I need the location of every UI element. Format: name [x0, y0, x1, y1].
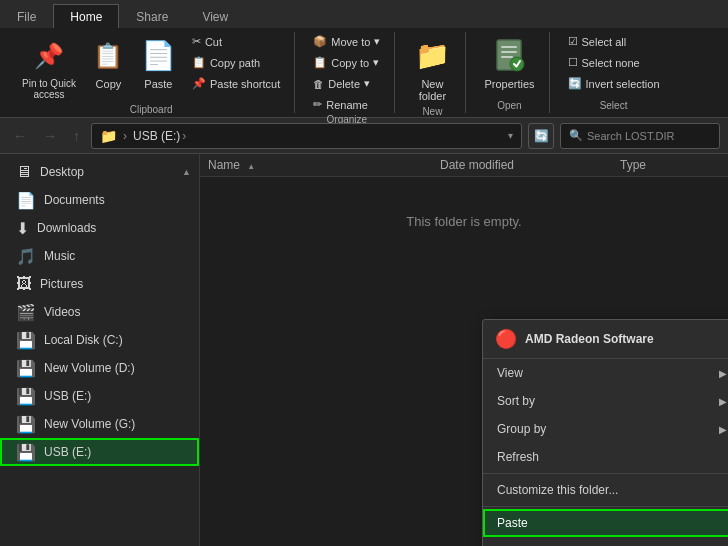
- ctx-customize-label: Customize this folder...: [497, 483, 618, 497]
- ctx-paste-label: Paste: [497, 516, 528, 530]
- cut-button[interactable]: ✂ Cut: [186, 32, 286, 51]
- select-none-label: Select none: [582, 57, 640, 69]
- paste-shortcut-label: Paste shortcut: [210, 78, 280, 90]
- copy-to-arrow: ▾: [373, 56, 379, 69]
- sidebar-item-usb-e[interactable]: 💾 USB (E:): [0, 382, 199, 410]
- address-path[interactable]: 📁 › USB (E:) › ▾: [91, 123, 522, 149]
- sidebar-item-downloads[interactable]: ⬇ Downloads: [0, 214, 199, 242]
- col-name-header[interactable]: Name ▲: [208, 158, 440, 172]
- desktop-icon: 🖥: [16, 163, 32, 181]
- sidebar-item-local-disk[interactable]: 💾 Local Disk (C:): [0, 326, 199, 354]
- new-volume-d-icon: 💾: [16, 359, 36, 378]
- copy-to-icon: 📋: [313, 56, 327, 69]
- invert-selection-button[interactable]: 🔄 Invert selection: [562, 74, 666, 93]
- sidebar-item-usb-e-active-label: USB (E:): [44, 445, 91, 459]
- copy-path-button[interactable]: 📋 Copy path: [186, 53, 286, 72]
- downloads-icon: ⬇: [16, 219, 29, 238]
- path-dropdown-icon[interactable]: ▾: [508, 130, 513, 141]
- paste-shortcut-icon: 📌: [192, 77, 206, 90]
- clipboard-label: Clipboard: [130, 104, 173, 117]
- tab-view[interactable]: View: [185, 4, 245, 28]
- select-none-check-icon: ☐: [568, 56, 578, 69]
- context-menu: 🔴 AMD Radeon Software View ▶ Sort by ▶ G…: [482, 319, 728, 546]
- move-to-icon: 📦: [313, 35, 327, 48]
- organize-buttons: 📦 Move to ▾ 📋 Copy to ▾ 🗑 Delete ▾ ✏ Ren…: [307, 32, 386, 114]
- new-label: New: [422, 106, 442, 119]
- select-all-label: Select all: [582, 36, 627, 48]
- paste-button[interactable]: 📄 Paste: [135, 32, 182, 94]
- rename-button[interactable]: ✏ Rename: [307, 95, 386, 114]
- copy-to-button[interactable]: 📋 Copy to ▾: [307, 53, 386, 72]
- properties-icon: [493, 36, 525, 76]
- content-area: Name ▲ Date modified Type This folder is…: [200, 154, 728, 546]
- sidebar-item-pictures-label: Pictures: [40, 277, 83, 291]
- organize-items: 📦 Move to ▾ 📋 Copy to ▾ 🗑 Delete ▾ ✏ Ren…: [307, 32, 386, 114]
- ctx-view-arrow: ▶: [719, 368, 727, 379]
- paste-label: Paste: [144, 78, 172, 90]
- pin-label: Pin to Quick access: [22, 78, 76, 100]
- col-date-header[interactable]: Date modified: [440, 158, 620, 172]
- open-items: Properties: [478, 32, 540, 100]
- tab-file[interactable]: File: [0, 4, 53, 28]
- up-button[interactable]: ↑: [68, 126, 85, 146]
- cut-icon: ✂: [192, 35, 201, 48]
- refresh-button[interactable]: 🔄: [528, 123, 554, 149]
- sidebar-item-pictures[interactable]: 🖼 Pictures: [0, 270, 199, 298]
- main-layout: 🖥 Desktop ▲ 📄 Documents ⬇ Downloads 🎵 Mu…: [0, 154, 728, 546]
- sidebar-item-desktop[interactable]: 🖥 Desktop ▲: [0, 158, 199, 186]
- select-all-check-icon: ☑: [568, 35, 578, 48]
- ctx-item-paste-shortcut[interactable]: Paste shortcut: [483, 537, 728, 546]
- documents-icon: 📄: [16, 191, 36, 210]
- tab-share[interactable]: Share: [119, 4, 185, 28]
- ctx-item-sort-by[interactable]: Sort by ▶: [483, 387, 728, 415]
- clipboard-small-buttons: ✂ Cut 📋 Copy path 📌 Paste shortcut: [186, 32, 286, 93]
- path-sep1: ›: [182, 129, 186, 143]
- ctx-item-group-by[interactable]: Group by ▶: [483, 415, 728, 443]
- copy-button[interactable]: 📋 Copy: [86, 32, 131, 94]
- move-to-button[interactable]: 📦 Move to ▾: [307, 32, 386, 51]
- sidebar-item-local-disk-label: Local Disk (C:): [44, 333, 123, 347]
- svg-rect-1: [501, 46, 517, 48]
- select-all-button[interactable]: ☑ Select all: [562, 32, 666, 51]
- forward-button[interactable]: →: [38, 126, 62, 146]
- tab-file-label: File: [17, 10, 36, 24]
- sidebar-item-new-volume-g[interactable]: 💾 New Volume (G:): [0, 410, 199, 438]
- sidebar-item-new-volume-d[interactable]: 💾 New Volume (D:): [0, 354, 199, 382]
- sidebar-item-videos[interactable]: 🎬 Videos: [0, 298, 199, 326]
- ctx-item-customize[interactable]: Customize this folder...: [483, 476, 728, 504]
- sort-chevron: ▲: [247, 162, 255, 171]
- copy-to-label: Copy to: [331, 57, 369, 69]
- select-group: ☑ Select all ☐ Select none 🔄 Invert sele…: [554, 32, 674, 113]
- rename-icon: ✏: [313, 98, 322, 111]
- sidebar-item-music[interactable]: 🎵 Music: [0, 242, 199, 270]
- delete-button[interactable]: 🗑 Delete ▾: [307, 74, 386, 93]
- new-folder-button[interactable]: 📁 New folder: [407, 32, 457, 106]
- sidebar-item-usb-e-active[interactable]: 💾 USB (E:): [0, 438, 199, 466]
- music-icon: 🎵: [16, 247, 36, 266]
- pin-to-quick-access-button[interactable]: 📌 Pin to Quick access: [16, 32, 82, 104]
- ctx-group-arrow: ▶: [719, 424, 727, 435]
- search-placeholder: Search LOST.DIR: [587, 130, 674, 142]
- organize-group: 📦 Move to ▾ 📋 Copy to ▾ 🗑 Delete ▾ ✏ Ren…: [299, 32, 395, 113]
- desktop-collapse: ▲: [182, 167, 191, 177]
- properties-button[interactable]: Properties: [478, 32, 540, 94]
- back-button[interactable]: ←: [8, 126, 32, 146]
- local-disk-icon: 💾: [16, 331, 36, 350]
- amd-icon: 🔴: [495, 328, 517, 350]
- ctx-item-refresh[interactable]: Refresh: [483, 443, 728, 471]
- paste-shortcut-ribbon-button[interactable]: 📌 Paste shortcut: [186, 74, 286, 93]
- search-box[interactable]: 🔍 Search LOST.DIR: [560, 123, 720, 149]
- tab-home[interactable]: Home: [53, 4, 119, 28]
- search-icon: 🔍: [569, 129, 583, 142]
- select-items: ☑ Select all ☐ Select none 🔄 Invert sele…: [562, 32, 666, 100]
- sidebar-item-videos-label: Videos: [44, 305, 80, 319]
- col-type-header[interactable]: Type: [620, 158, 720, 172]
- select-none-button[interactable]: ☐ Select none: [562, 53, 666, 72]
- rename-label: Rename: [326, 99, 368, 111]
- svg-rect-3: [501, 56, 513, 58]
- sidebar-item-documents[interactable]: 📄 Documents: [0, 186, 199, 214]
- ctx-item-view[interactable]: View ▶: [483, 359, 728, 387]
- ctx-item-paste[interactable]: Paste: [483, 509, 728, 537]
- col-type-label: Type: [620, 158, 646, 172]
- properties-label: Properties: [484, 78, 534, 90]
